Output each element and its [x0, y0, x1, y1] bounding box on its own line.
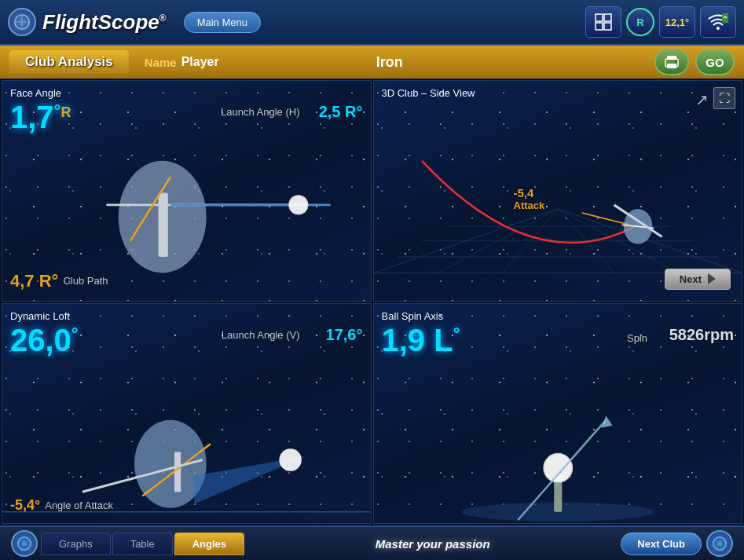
bottom-right-circle: [706, 530, 733, 557]
svg-marker-47: [601, 415, 612, 427]
header: FlightScope® Main Menu R 12,1°: [0, 0, 744, 46]
bottom-bar: Graphs Table Angles Master your passion …: [0, 525, 744, 560]
svg-line-34: [581, 213, 629, 225]
club-type: Iron: [376, 54, 403, 71]
face-angle-value: 1,7°R: [10, 100, 71, 135]
next-club-button[interactable]: Next Club: [621, 533, 702, 555]
svg-rect-5: [604, 14, 611, 21]
club-analysis-bar: Club Analysis Name Player Iron GO: [0, 46, 744, 79]
launch-v-value: 17,6°: [326, 326, 363, 344]
r-button[interactable]: R: [626, 8, 654, 36]
tab-graphs[interactable]: Graphs: [41, 533, 111, 555]
svg-point-13: [676, 60, 678, 63]
svg-rect-11: [667, 56, 676, 60]
player-name: Player: [181, 55, 219, 69]
club-path-value: 4,7 R°: [10, 271, 58, 291]
club-analysis-title: Club Analysis: [9, 50, 129, 74]
next-arrow-icon: [708, 273, 716, 284]
svg-point-49: [22, 541, 27, 546]
svg-rect-4: [596, 14, 603, 21]
club-bar-actions: GO: [654, 49, 735, 75]
grid-view-button[interactable]: [585, 6, 621, 38]
svg-rect-12: [667, 64, 676, 68]
expand-button[interactable]: ⛶: [713, 87, 735, 109]
attack-annotation: -5,4 Attack: [514, 186, 545, 211]
attack-angle-label: Angle of Attack: [45, 500, 113, 511]
attack-angle-value: -5,4°: [10, 497, 40, 514]
tab-angles[interactable]: Angles: [174, 533, 244, 555]
club-path-label: Club Path: [63, 275, 108, 287]
name-area: Name Player: [145, 55, 219, 69]
name-label: Name: [145, 56, 177, 69]
svg-point-51: [717, 541, 722, 546]
dynamic-loft-title: Dynamic Loft: [10, 310, 70, 322]
launch-h-label: Launch Angle (H): [221, 106, 299, 118]
spin-rpm-value: 5826rpm: [669, 326, 734, 344]
logo-area: FlightScope® Main Menu: [8, 8, 261, 36]
attack-of-attack-area: -5,4° Angle of Attack: [10, 497, 113, 514]
face-angle-panel: Face Angle 1,7°R Launch Angle (H) 2,5 R°…: [2, 80, 372, 302]
bottom-left-circle: [11, 530, 38, 557]
main-content: Face Angle 1,7°R Launch Angle (H) 2,5 R°…: [0, 79, 744, 525]
print-button[interactable]: [654, 49, 689, 75]
logo-text: FlightScope®: [42, 10, 167, 35]
go-button[interactable]: GO: [695, 49, 735, 75]
dynamic-loft-panel: Dynamic Loft 26,0° Launch Angle (V) 17,6…: [2, 303, 372, 525]
cursor-indicator: ↗: [695, 90, 709, 109]
svg-point-39: [279, 448, 302, 471]
svg-point-8: [717, 27, 720, 30]
ball-spin-panel: Ball Spin Axis 1,9 L° Spin 5826rpm: [373, 303, 743, 525]
face-angle-title: Face Angle: [10, 87, 61, 99]
launch-h-value: 2,5 R°: [319, 103, 363, 121]
launch-v-label: Launch Angle (V): [222, 329, 300, 341]
svg-rect-7: [604, 23, 611, 30]
temperature-display: 12,1°: [659, 6, 695, 38]
svg-rect-9: [722, 13, 728, 23]
side-view-panel: 3D Club – Side View ⛶ ↗: [373, 80, 743, 302]
side-view-title: 3D Club – Side View: [382, 87, 475, 99]
tab-group: Graphs Table Angles: [41, 533, 244, 555]
wifi-icon: [700, 6, 736, 38]
next-button[interactable]: Next: [665, 269, 731, 290]
ball-spin-title: Ball Spin Axis: [382, 310, 444, 322]
svg-rect-6: [596, 23, 603, 30]
spin-label: Spin: [627, 332, 647, 344]
spin-axis-value: 1,9 L°: [382, 323, 460, 358]
svg-rect-15: [159, 193, 168, 257]
header-controls: R 12,1°: [585, 6, 736, 38]
logo-icon: [8, 8, 36, 36]
tab-table[interactable]: Table: [112, 533, 173, 555]
dynamic-loft-value: 26,0°: [10, 323, 79, 358]
club-path-area: 4,7 R° Club Path: [10, 271, 108, 291]
passion-tagline: Master your passion: [244, 537, 621, 551]
main-menu-button[interactable]: Main Menu: [184, 12, 261, 33]
